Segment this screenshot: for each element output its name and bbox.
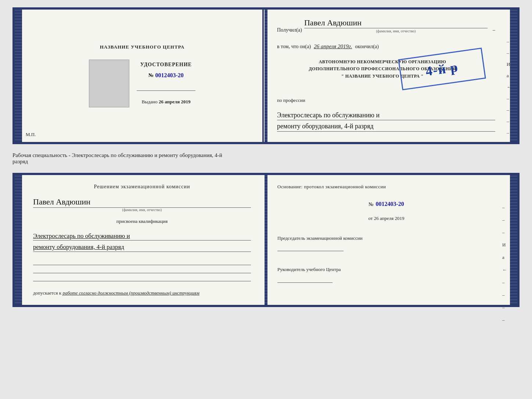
- middle-text-line1: Рабочая специальность - Электрослесарь п…: [12, 152, 520, 158]
- protocol-number: 0012403-20: [376, 201, 404, 207]
- osnovaniye-text: Основание: протокол экзаменационной коми…: [277, 184, 495, 190]
- okonchil-label: окончил(а): [355, 44, 379, 50]
- sig-line-1: [33, 259, 251, 265]
- issue-line: Выдано 26 апреля 2019: [141, 99, 190, 105]
- issue-label: Выдано: [141, 99, 157, 104]
- dopuskaetsya-text: работе согласно должностным (производств…: [62, 290, 199, 296]
- po-professii-label: по профессии: [277, 97, 495, 103]
- org-line-2: ДОПОЛНИТЕЛЬНОГО ПРОФЕССИОНАЛЬНОГО ОБРАЗО…: [277, 65, 488, 72]
- prisvoena-label: присвоена квалификация: [33, 218, 251, 224]
- top-right-page: Получил(а) Павел Авдюшин (фамилия, имя, …: [264, 10, 517, 142]
- profession-line-2: ремонту оборудования, 4-й разряд: [277, 122, 495, 131]
- protocol-date-block: от 26 апреля 2019: [277, 215, 495, 221]
- number-prefix: №: [148, 72, 154, 78]
- qualification-line-1: Электрослесарь по обслуживанию и: [33, 232, 251, 241]
- issue-date: 26 апреля 2019: [159, 99, 191, 104]
- sig-line-2: [33, 267, 251, 273]
- decision-title: Решением экзаменационной комиссии: [33, 184, 251, 190]
- bottom-right-spine: [510, 175, 517, 305]
- middle-text-line2: разряд: [12, 158, 520, 165]
- vtom-date: 26 апреля 2019г.: [314, 43, 352, 50]
- org-line-1: АВТОНОМНУЮ НЕКОММЕРЧЕСКУЮ ОРГАНИЗАЦИЮ: [277, 58, 488, 65]
- dash-after-name: –: [493, 27, 495, 33]
- school-name-title: НАЗВАНИЕ УЧЕБНОГО ЦЕНТРА: [100, 44, 185, 50]
- org-lines: АВТОНОМНУЮ НЕКОММЕРЧЕСКУЮ ОРГАНИЗАЦИЮ ДО…: [277, 57, 495, 80]
- chairman-block: Председатель экзаменационной комиссии: [277, 235, 495, 252]
- director-title: Руководитель учебного Центра: [277, 266, 495, 273]
- top-left-page: НАЗВАНИЕ УЧЕБНОГО ЦЕНТРА УДОСТОВЕРЕНИЕ №…: [15, 10, 264, 142]
- fio-subtitle-bottom: (фамилия, имя, отчество): [33, 208, 251, 212]
- po-professii-text: по профессии: [277, 97, 305, 103]
- top-booklet: НАЗВАНИЕ УЧЕБНОГО ЦЕНТРА УДОСТОВЕРЕНИЕ №…: [12, 7, 520, 144]
- qualification-block: Электрослесарь по обслуживанию и ремонту…: [33, 229, 251, 252]
- profession-line-1: Электрослесарь по обслуживанию и: [277, 111, 495, 120]
- bottom-right-side-chars: – – – И а ← – – – –: [502, 204, 507, 323]
- signature-lines: [33, 259, 251, 281]
- org-line-3: " НАЗВАНИЕ УЧЕБНОГО ЦЕНТРА ": [277, 73, 488, 80]
- middle-text-block: Рабочая специальность - Электрослесарь п…: [12, 150, 520, 167]
- right-spine-decoration: [510, 10, 517, 142]
- fio-subtitle: (фамилия, имя, отчество): [304, 29, 488, 33]
- vtom-prefix: в том, что он(а): [277, 44, 311, 50]
- recipient-line: Получил(а) Павел Авдюшин (фамилия, имя, …: [277, 18, 495, 33]
- poluchil-label: Получил(а): [277, 27, 302, 33]
- profession-block: Электрослесарь по обслуживанию и ремонту…: [277, 109, 495, 131]
- protocol-date: 26 апреля 2019: [374, 215, 405, 221]
- bottom-section: Решением экзаменационной комиссии Павел …: [12, 173, 520, 307]
- dopuskaetsya-prefix: допускается к: [33, 290, 61, 296]
- protocol-number-prefix: №: [369, 202, 373, 207]
- director-block: Руководитель учебного Центра: [277, 266, 495, 283]
- bottom-right-page: Основание: протокол экзаменационной коми…: [264, 175, 517, 305]
- mp-label: М.П.: [26, 132, 36, 138]
- udostoverenie-number: 0012403-20: [155, 72, 183, 79]
- sig-line-3: [33, 275, 251, 281]
- chairman-signature-line: [277, 245, 344, 251]
- dopuskaetsya-block: допускается к работе согласно должностны…: [33, 290, 251, 296]
- person-name-bottom: Павел Авдюшин: [33, 197, 251, 208]
- vtom-line: в том, что он(а) 26 апреля 2019г. окончи…: [277, 43, 495, 50]
- bottom-booklet: Решением экзаменационной комиссии Павел …: [12, 173, 520, 307]
- director-signature-line: [277, 277, 332, 283]
- person-block: Павел Авдюшин (фамилия, имя, отчество): [33, 196, 251, 212]
- udostoverenie-label: УДОСТОВЕРЕНИЕ: [140, 62, 192, 68]
- chairman-title: Председатель экзаменационной комиссии: [277, 235, 495, 242]
- qualification-line-2: ремонту оборудования, 4-й разряд: [33, 243, 251, 252]
- recipient-name: Павел Авдюшин: [304, 18, 488, 28]
- photo-placeholder: [89, 60, 129, 107]
- stamp-area: 4-й р АВТОНОМНУЮ НЕКОММЕРЧЕСКУЮ ОРГАНИЗА…: [277, 57, 495, 90]
- protocol-number-block: № 0012403-20: [277, 199, 495, 207]
- bottom-left-page: Решением экзаменационной комиссии Павел …: [15, 175, 264, 305]
- date-prefix: от: [368, 215, 373, 221]
